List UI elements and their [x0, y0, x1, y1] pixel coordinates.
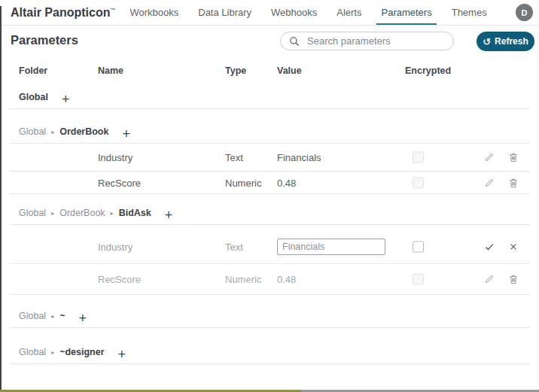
refresh-button[interactable]: ↺ Refresh	[477, 32, 534, 51]
parameter-type: Numeric	[225, 274, 261, 285]
pencil-icon	[484, 178, 495, 188]
encrypted-checkbox[interactable]	[413, 152, 424, 163]
delete-button[interactable]	[507, 177, 519, 189]
delete-button[interactable]	[507, 151, 519, 163]
add-parameter-button[interactable]: +	[122, 129, 130, 139]
trash-icon	[508, 152, 519, 163]
parameter-type: Text	[225, 152, 243, 163]
table-header-row: Folder Name Type Value Encrypted	[9, 65, 530, 77]
search-box	[280, 32, 454, 50]
nav-tab-data-library[interactable]: Data Library	[188, 0, 261, 25]
add-parameter-button[interactable]: +	[165, 210, 173, 220]
confirm-button[interactable]	[483, 241, 495, 253]
column-header-name: Name	[98, 65, 123, 76]
top-navigation-bar: Altair Panopticon™ Workbooks Data Librar…	[0, 0, 539, 26]
page-title: Parameters	[11, 33, 78, 47]
delete-button[interactable]	[507, 273, 519, 285]
folder-name: Global	[19, 92, 48, 102]
chevron-right-icon: ▸	[111, 210, 114, 217]
group-header-global: Global +	[9, 79, 530, 109]
parameter-type: Numeric	[225, 177, 261, 188]
column-header-value: Value	[277, 65, 302, 76]
parameter-name: RecScore	[98, 177, 141, 188]
nav-tab-webhooks[interactable]: Webhooks	[261, 0, 327, 25]
search-icon	[289, 36, 300, 47]
refresh-button-label: Refresh	[495, 36, 528, 47]
chevron-right-icon: ▸	[51, 129, 54, 135]
folder-segment: Global	[19, 126, 46, 137]
search-input[interactable]	[306, 35, 444, 47]
edit-button[interactable]	[483, 151, 495, 163]
nav-tab-parameters[interactable]: Parameters	[371, 0, 441, 25]
encrypted-checkbox[interactable]	[413, 274, 424, 285]
breadcrumb: Global ▸ ~	[19, 311, 65, 321]
parameter-row-recscore-muted: RecScore Numeric 0.48	[9, 264, 530, 295]
nav-tab-alerts[interactable]: Alerts	[327, 0, 371, 25]
breadcrumb: Global ▸ OrderBook ▸ BidAsk	[19, 208, 151, 218]
breadcrumb: Global ▸ OrderBook	[19, 126, 108, 137]
parameter-value: 0.48	[277, 274, 296, 285]
parameter-name: Industry	[98, 152, 132, 163]
pencil-icon	[484, 274, 495, 284]
parameter-type: Text	[225, 242, 243, 253]
parameter-name: Industry	[98, 242, 132, 253]
nav-tab-themes[interactable]: Themes	[442, 0, 497, 25]
column-header-type: Type	[225, 65, 246, 76]
check-icon	[484, 242, 495, 252]
parameter-row-industry: Industry Text Financials	[9, 144, 530, 172]
encrypted-checkbox[interactable]	[413, 177, 424, 188]
column-header-folder: Folder	[19, 65, 47, 76]
add-parameter-button[interactable]: +	[118, 349, 126, 360]
refresh-icon: ↺	[483, 37, 491, 47]
folder-name: OrderBook	[59, 126, 108, 137]
group-header-bidask: Global ▸ OrderBook ▸ BidAsk +	[9, 194, 530, 225]
trademark-mark: ™	[110, 7, 115, 12]
chevron-right-icon: ▸	[51, 210, 54, 217]
user-avatar[interactable]: D	[516, 4, 533, 21]
folder-segment: Global	[19, 311, 46, 321]
folder-segment: Global	[19, 347, 46, 357]
folder-name: ~designer	[59, 347, 104, 357]
parameter-row-industry-editing: Industry Text	[9, 225, 530, 264]
breadcrumb: Global	[19, 92, 48, 102]
chevron-right-icon: ▸	[51, 313, 54, 320]
panopticon-parameters-page: Altair Panopticon™ Workbooks Data Librar…	[0, 0, 539, 392]
x-icon	[509, 242, 518, 251]
background-window-edge-left	[0, 6, 2, 392]
trash-icon	[508, 274, 519, 284]
parameter-value: 0.48	[277, 177, 296, 188]
column-header-encrypted: Encrypted	[405, 65, 451, 76]
trash-icon	[508, 178, 519, 188]
nav-tab-workbooks[interactable]: Workbooks	[120, 0, 188, 25]
app-logo: Altair Panopticon™	[11, 6, 115, 20]
group-header-tilde: Global ▸ ~ +	[9, 295, 530, 328]
parameter-value: Financials	[277, 152, 321, 163]
encrypted-checkbox[interactable]	[413, 242, 424, 253]
app-logo-text: Altair Panopticon	[11, 6, 110, 19]
folder-name: ~	[59, 311, 65, 321]
edit-button[interactable]	[483, 177, 495, 189]
chevron-right-icon: ▸	[51, 349, 54, 356]
folder-name: BidAsk	[119, 208, 151, 218]
folder-segment: OrderBook	[59, 208, 105, 218]
folder-segment: Global	[19, 208, 46, 218]
group-header-orderbook: Global ▸ OrderBook +	[9, 109, 530, 144]
parameter-value-input[interactable]	[277, 239, 385, 255]
parameter-row-recscore: RecScore Numeric 0.48	[9, 172, 530, 194]
add-parameter-button[interactable]: +	[78, 313, 87, 324]
main-nav: Workbooks Data Library Webhooks Alerts P…	[120, 0, 496, 25]
group-header-tilde-designer: Global ▸ ~designer +	[9, 328, 530, 364]
pencil-icon	[484, 152, 495, 163]
cancel-button[interactable]	[507, 241, 519, 253]
edit-button[interactable]	[483, 273, 495, 285]
parameter-name: RecScore	[98, 274, 141, 285]
add-parameter-button[interactable]: +	[62, 94, 70, 105]
breadcrumb: Global ▸ ~designer	[19, 347, 105, 357]
